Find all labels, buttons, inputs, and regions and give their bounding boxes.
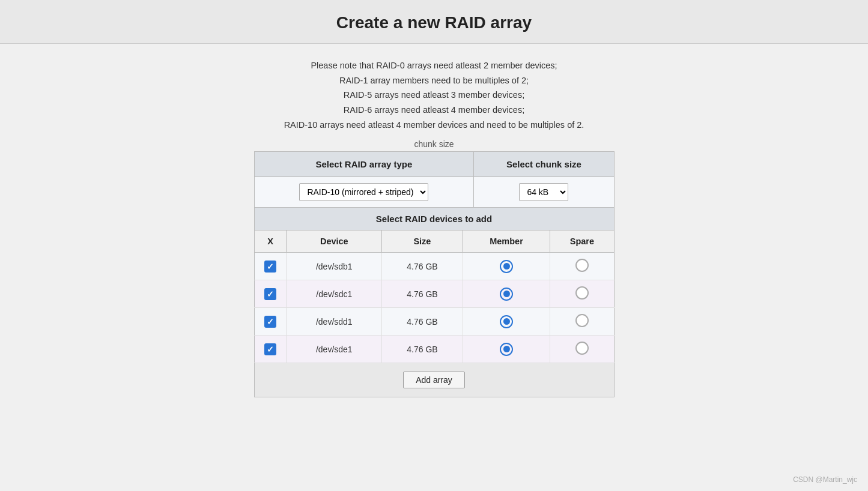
device-member-cell[interactable] xyxy=(463,280,550,308)
device-size: 4.76 GB xyxy=(382,253,463,280)
device-member-cell[interactable] xyxy=(463,336,550,363)
main-wrapper: Select RAID array type Select chunk size… xyxy=(254,151,615,397)
raid-type-select[interactable]: RAID-0 (striped)RAID-1 (mirrored)RAID-5R… xyxy=(299,183,428,201)
chunk-size-label: chunk size xyxy=(414,139,454,149)
info-line-2: RAID-1 array members need to be multiple… xyxy=(284,73,584,88)
device-spare-cell[interactable] xyxy=(550,280,614,308)
watermark: CSDN @Martin_wjc xyxy=(793,475,857,484)
device-member-cell[interactable] xyxy=(463,253,550,280)
device-checkbox-cell[interactable] xyxy=(254,308,287,336)
col-header-device: Device xyxy=(287,230,382,253)
device-checkbox-cell[interactable] xyxy=(254,280,287,308)
device-checkbox[interactable] xyxy=(264,343,276,355)
raid-type-header: Select RAID array type xyxy=(254,152,474,177)
device-size: 4.76 GB xyxy=(382,280,463,308)
device-checkbox-cell[interactable] xyxy=(254,336,287,363)
top-table: Select RAID array type Select chunk size… xyxy=(254,151,615,208)
col-header-x: X xyxy=(254,230,287,253)
table-row: /dev/sde14.76 GB xyxy=(254,336,614,363)
page-title: Create a new RAID array xyxy=(0,13,868,32)
devices-header: Select RAID devices to add xyxy=(254,208,615,230)
info-line-4: RAID-6 arrays need atleast 4 member devi… xyxy=(284,103,584,118)
device-size: 4.76 GB xyxy=(382,336,463,363)
device-name: /dev/sdb1 xyxy=(287,253,382,280)
member-radio[interactable] xyxy=(500,288,513,301)
device-member-cell[interactable] xyxy=(463,308,550,336)
col-header-spare: Spare xyxy=(550,230,614,253)
info-line-1: Please note that RAID-0 arrays need atle… xyxy=(284,58,584,73)
spare-radio[interactable] xyxy=(575,259,589,272)
add-array-button[interactable]: Add array xyxy=(403,372,465,388)
device-size: 4.76 GB xyxy=(382,308,463,336)
table-row: /dev/sdc14.76 GB xyxy=(254,280,614,308)
device-name: /dev/sdc1 xyxy=(287,280,382,308)
page-header: Create a new RAID array xyxy=(0,0,868,44)
add-array-row: Add array xyxy=(254,363,615,397)
device-checkbox[interactable] xyxy=(264,316,276,328)
col-header-member: Member xyxy=(463,230,550,253)
device-name: /dev/sdd1 xyxy=(287,308,382,336)
spare-radio[interactable] xyxy=(575,286,589,300)
spare-radio[interactable] xyxy=(575,342,589,355)
col-header-size: Size xyxy=(382,230,463,253)
raid-type-cell: RAID-0 (striped)RAID-1 (mirrored)RAID-5R… xyxy=(254,177,474,208)
member-radio[interactable] xyxy=(500,260,513,273)
table-row: /dev/sdb14.76 GB xyxy=(254,253,614,280)
device-spare-cell[interactable] xyxy=(550,253,614,280)
device-checkbox[interactable] xyxy=(264,288,276,300)
devices-table: XDeviceSizeMemberSpare /dev/sdb14.76 GB/… xyxy=(254,230,615,363)
info-line-3: RAID-5 arrays need atleast 3 member devi… xyxy=(284,88,584,103)
chunk-size-header: Select chunk size xyxy=(474,152,614,177)
device-spare-cell[interactable] xyxy=(550,308,614,336)
device-checkbox[interactable] xyxy=(264,261,276,273)
info-line-5: RAID-10 arrays need atleast 4 member dev… xyxy=(284,118,584,133)
device-name: /dev/sde1 xyxy=(287,336,382,363)
info-text: Please note that RAID-0 arrays need atle… xyxy=(284,58,584,132)
chunk-size-select[interactable]: 4 kB8 kB16 kB32 kB64 kB128 kB256 kB512 k… xyxy=(519,183,568,201)
table-row: /dev/sdd14.76 GB xyxy=(254,308,614,336)
member-radio[interactable] xyxy=(500,315,513,328)
spare-radio[interactable] xyxy=(575,314,589,327)
chunk-size-cell: 4 kB8 kB16 kB32 kB64 kB128 kB256 kB512 k… xyxy=(474,177,614,208)
member-radio[interactable] xyxy=(500,343,513,356)
device-checkbox-cell[interactable] xyxy=(254,253,287,280)
device-spare-cell[interactable] xyxy=(550,336,614,363)
